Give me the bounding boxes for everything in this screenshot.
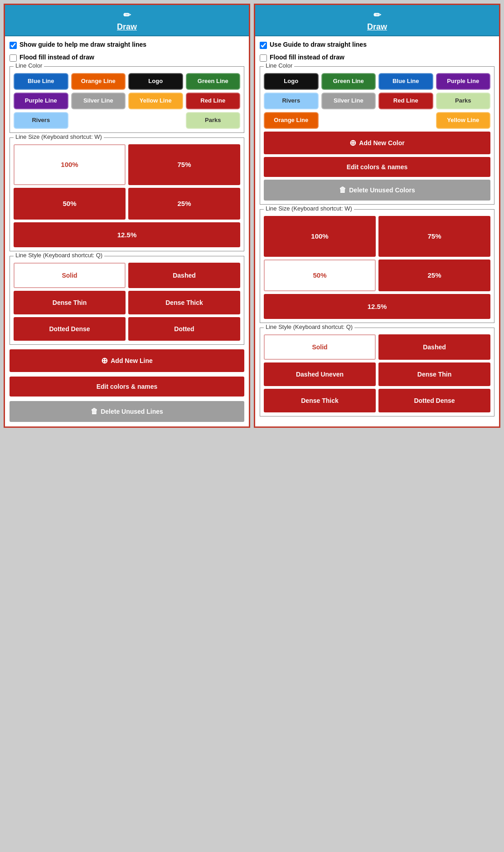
right-line-size-label: Line Size (Keyboard shortcut: W) [264, 205, 354, 212]
show-guide-option[interactable]: Show guide to help me draw straight line… [10, 41, 244, 49]
line-size-label: Line Size (Keyboard shortcut: W) [14, 133, 104, 140]
line-style-section: Line Style (Keyboard shortcut: Q) Solid … [10, 256, 244, 345]
right-size-100-btn[interactable]: 100% [264, 216, 376, 257]
add-new-line-btn[interactable]: ⊕ Add New Line [10, 349, 244, 372]
show-guide-label: Show guide to help me draw straight line… [19, 41, 146, 48]
left-panel-header: ✏ Draw [5, 5, 249, 36]
left-panel-body: Show guide to help me draw straight line… [5, 36, 249, 426]
color-orange-line[interactable]: Orange Line [71, 73, 126, 90]
right-color-parks[interactable]: Parks [436, 93, 491, 109]
right-delete-unused-label: Delete Unused Colors [349, 186, 415, 194]
right-flood-fill-checkbox[interactable] [260, 54, 267, 62]
add-new-line-label: Add New Line [111, 357, 153, 364]
right-color-logo[interactable]: Logo [264, 73, 319, 90]
color-grid: Blue Line Orange Line Logo Green Line Pu… [14, 73, 240, 129]
pencil-icon: ✏ [5, 10, 249, 20]
color-rivers[interactable]: Rivers [14, 112, 68, 129]
right-panel-body: Use Guide to draw straight lines Flood f… [255, 36, 499, 421]
right-line-style-label: Line Style (Keyboard shortcut: Q) [264, 323, 354, 330]
right-add-color-label: Add New Color [359, 139, 404, 147]
style-grid: Solid Dashed Dense Thin Dense Thick Dott… [14, 263, 240, 341]
right-add-color-btn[interactable]: ⊕ Add New Color [264, 132, 490, 154]
right-style-solid-btn[interactable]: Solid [264, 334, 376, 360]
line-color-label: Line Color [14, 62, 44, 69]
right-color-actions: ⊕ Add New Color Edit colors & names 🗑 De… [264, 132, 490, 201]
style-dense-thick-btn[interactable]: Dense Thick [128, 291, 240, 314]
size-100-btn[interactable]: 100% [14, 144, 126, 185]
right-delete-unused-btn[interactable]: 🗑 Delete Unused Colors [264, 180, 490, 201]
color-logo[interactable]: Logo [128, 73, 183, 90]
right-color-grid: Logo Green Line Blue Line Purple Line Ri… [264, 73, 490, 129]
size-50-btn[interactable]: 50% [14, 188, 126, 220]
right-color-yellow-line[interactable]: Yellow Line [436, 112, 491, 129]
line-color-section: Line Color Blue Line Orange Line Logo Gr… [10, 66, 244, 133]
style-dashed-btn[interactable]: Dashed [128, 263, 240, 288]
right-edit-colors-btn[interactable]: Edit colors & names [264, 157, 490, 177]
right-color-empty-1 [321, 112, 376, 129]
right-size-grid: 100% 75% 50% 25% 12.5% [264, 216, 490, 319]
line-size-section: Line Size (Keyboard shortcut: W) 100% 75… [10, 137, 244, 251]
right-size-25-btn[interactable]: 25% [378, 260, 490, 291]
color-purple-line[interactable]: Purple Line [14, 93, 68, 109]
delete-unused-btn[interactable]: 🗑 Delete Unused Lines [10, 401, 244, 422]
flood-fill-option[interactable]: Flood fill instead of draw [10, 54, 244, 62]
edit-colors-label: Edit colors & names [97, 383, 158, 390]
right-line-size-section: Line Size (Keyboard shortcut: W) 100% 75… [260, 209, 494, 323]
right-edit-colors-label: Edit colors & names [347, 163, 408, 171]
color-parks[interactable]: Parks [186, 112, 241, 129]
right-color-silver-line[interactable]: Silver Line [321, 93, 376, 109]
right-pencil-icon: ✏ [255, 10, 499, 20]
left-panel-title: Draw [117, 22, 137, 31]
style-solid-btn[interactable]: Solid [14, 263, 126, 288]
right-plus-icon: ⊕ [349, 138, 356, 148]
right-flood-fill-label: Flood fill instead of draw [270, 54, 344, 61]
right-color-green-line[interactable]: Green Line [321, 73, 376, 90]
right-panel-title: Draw [367, 22, 387, 31]
style-dense-thin-btn[interactable]: Dense Thin [14, 291, 126, 314]
right-line-style-section: Line Style (Keyboard shortcut: Q) Solid … [260, 328, 494, 416]
use-guide-option[interactable]: Use Guide to draw straight lines [260, 41, 494, 49]
right-flood-fill-option[interactable]: Flood fill instead of draw [260, 54, 494, 62]
right-line-color-section: Line Color Logo Green Line Blue Line Pur… [260, 66, 494, 205]
right-size-125-btn[interactable]: 12.5% [264, 294, 490, 319]
right-size-50-btn[interactable]: 50% [264, 260, 376, 291]
right-trash-icon: 🗑 [339, 186, 346, 194]
right-color-blue-line[interactable]: Blue Line [378, 73, 433, 90]
right-style-dotted-dense-btn[interactable]: Dotted Dense [378, 389, 490, 412]
style-dotted-btn[interactable]: Dotted [128, 317, 240, 341]
right-color-purple-line[interactable]: Purple Line [436, 73, 491, 90]
size-grid: 100% 75% 50% 25% 12.5% [14, 144, 240, 247]
style-dotted-dense-btn[interactable]: Dotted Dense [14, 317, 126, 341]
line-style-label: Line Style (Keyboard shortcut: Q) [14, 252, 104, 259]
color-red-line[interactable]: Red Line [186, 93, 241, 109]
right-color-empty-2 [378, 112, 433, 129]
right-size-75-btn[interactable]: 75% [378, 216, 490, 257]
right-color-rivers[interactable]: Rivers [264, 93, 319, 109]
plus-icon: ⊕ [101, 356, 108, 366]
size-125-btn[interactable]: 12.5% [14, 222, 240, 247]
trash-icon: 🗑 [91, 407, 98, 416]
right-style-dashed-btn[interactable]: Dashed [378, 334, 490, 360]
left-draw-panel: ✏ Draw Show guide to help me draw straig… [4, 4, 250, 428]
right-panel-header: ✏ Draw [255, 5, 499, 36]
right-style-dense-thin-btn[interactable]: Dense Thin [378, 362, 490, 386]
use-guide-checkbox[interactable] [260, 42, 267, 49]
right-draw-panel: ✏ Draw Use Guide to draw straight lines … [254, 4, 500, 428]
color-blue-line[interactable]: Blue Line [14, 73, 68, 90]
right-color-orange-line[interactable]: Orange Line [264, 112, 319, 129]
right-line-color-label: Line Color [264, 62, 294, 69]
show-guide-checkbox[interactable] [10, 42, 17, 49]
color-empty-1 [71, 112, 126, 129]
right-style-dashed-uneven-btn[interactable]: Dashed Uneven [264, 362, 376, 386]
edit-colors-btn[interactable]: Edit colors & names [10, 377, 244, 397]
right-color-red-line[interactable]: Red Line [378, 93, 433, 109]
right-style-dense-thick-btn[interactable]: Dense Thick [264, 389, 376, 412]
color-silver-line[interactable]: Silver Line [71, 93, 126, 109]
flood-fill-label: Flood fill instead of draw [19, 54, 94, 61]
color-yellow-line[interactable]: Yellow Line [128, 93, 183, 109]
flood-fill-checkbox[interactable] [10, 54, 17, 62]
size-25-btn[interactable]: 25% [128, 188, 240, 220]
color-green-line[interactable]: Green Line [186, 73, 241, 90]
size-75-btn[interactable]: 75% [128, 144, 240, 185]
use-guide-label: Use Guide to draw straight lines [270, 41, 367, 48]
